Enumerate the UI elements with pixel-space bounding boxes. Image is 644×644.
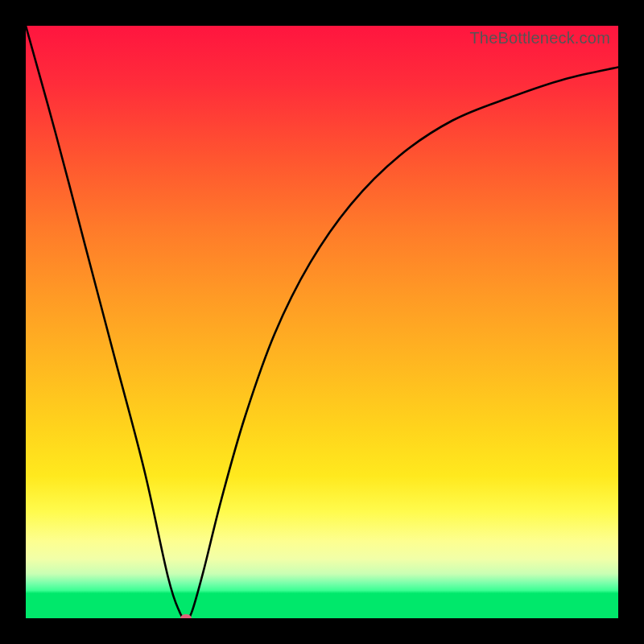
- chart-container: TheBottleneck.com: [0, 0, 644, 644]
- bottleneck-curve: [26, 26, 618, 618]
- plot-area: TheBottleneck.com: [26, 26, 618, 618]
- curve-overlay: [26, 26, 618, 618]
- watermark-text: TheBottleneck.com: [469, 29, 610, 47]
- optimum-marker: [180, 614, 192, 618]
